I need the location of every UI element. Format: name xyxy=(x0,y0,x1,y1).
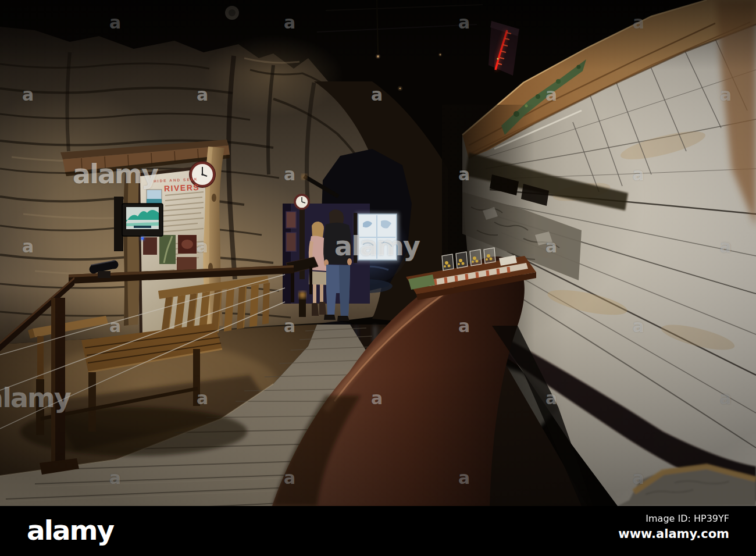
backlit-display xyxy=(354,213,399,263)
footer-bar: alamy Image ID: HP39YF www.alamy.com xyxy=(0,506,756,556)
alamy-logo: alamy xyxy=(27,514,113,546)
stock-photo-page: HIDE AND SEEK RIVERS aaaaaaaaaaaaaaaaaaa… xyxy=(0,0,756,556)
museum-exhibit-photo xyxy=(0,0,756,506)
image-id-text: Image ID: HP39YF xyxy=(618,513,729,524)
footer-info: Image ID: HP39YF www.alamy.com xyxy=(618,513,729,541)
panel-title-text: RIVERS xyxy=(164,183,200,194)
alamy-url-text: www.alamy.com xyxy=(618,527,729,541)
